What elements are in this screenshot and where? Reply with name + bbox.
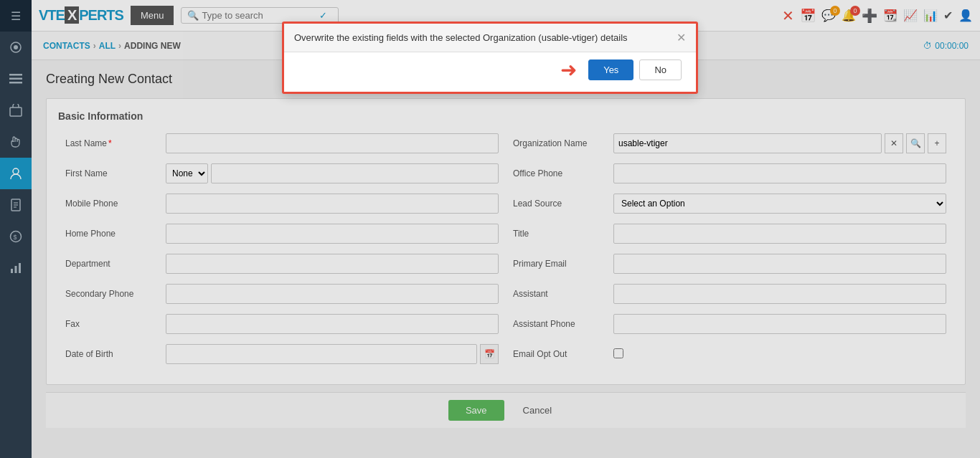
dialog-yes-button[interactable]: Yes — [588, 59, 633, 80]
dialog-overlay: Overwrite the existing fields with the s… — [0, 0, 980, 458]
dialog-message: Overwrite the existing fields with the s… — [294, 32, 677, 43]
dialog-footer: ➜ Yes No — [284, 52, 696, 92]
dialog-close-button[interactable]: ✕ — [677, 31, 686, 44]
dialog-header: Overwrite the existing fields with the s… — [284, 24, 696, 52]
dialog-no-button[interactable]: No — [639, 59, 682, 80]
dialog-box: Overwrite the existing fields with the s… — [282, 22, 698, 94]
arrow-icon: ➜ — [560, 58, 577, 82]
